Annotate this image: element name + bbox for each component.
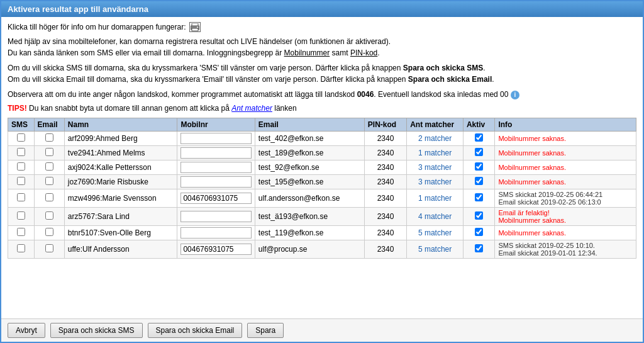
- referee-email: test_92@efkon.se: [255, 160, 364, 175]
- table-row: mzw4996:Marie Svenssonulf.andersson@efko…: [8, 189, 636, 208]
- mobile-input[interactable]: [180, 133, 251, 144]
- pin-code: 2340: [364, 175, 406, 189]
- matches-link[interactable]: 4 matcher: [418, 212, 452, 221]
- table-row: joz7690:Marie Risbusketest_195@efkon.se2…: [8, 175, 636, 189]
- tips-text: Du kan snabbt byta ut domare till annan …: [29, 104, 231, 113]
- active-checkbox[interactable]: [475, 162, 483, 171]
- matches-link[interactable]: 5 matcher: [418, 228, 452, 237]
- p1-end: .: [377, 48, 379, 57]
- printer-icon[interactable]: [189, 22, 201, 32]
- table-row: arz5767:Sara Lindtest_ä193@efkon.se23404…: [8, 208, 636, 226]
- p1-underline1: Mobilnummer: [284, 48, 330, 57]
- email-checkbox[interactable]: [45, 177, 53, 185]
- ant-matcher-link[interactable]: Ant matcher: [231, 104, 272, 113]
- table-row: axj9024:Kalle Petterssontest_92@efkon.se…: [8, 160, 636, 175]
- info-text: SMS skickat 2019-02-25 06:44:21 Email sk…: [495, 189, 636, 208]
- active-checkbox[interactable]: [475, 244, 483, 252]
- email-checkbox[interactable]: [45, 244, 53, 252]
- mobile-input[interactable]: [180, 193, 251, 204]
- pin-code: 2340: [364, 240, 406, 259]
- table-row: uffe:Ulf Anderssonulf@procup.se23405 mat…: [8, 240, 636, 259]
- col-header-sms: SMS: [8, 118, 35, 132]
- click-info-text: Klicka till höger för info om hur domara…: [8, 23, 186, 31]
- svg-rect-3: [197, 26, 198, 28]
- mobile-input[interactable]: [180, 162, 251, 173]
- info-text: Mobilnummer saknas.: [495, 175, 636, 189]
- active-checkbox[interactable]: [475, 228, 483, 236]
- matches-link[interactable]: 5 matcher: [418, 245, 452, 254]
- sms-checkbox[interactable]: [17, 211, 25, 220]
- email-checkbox[interactable]: [45, 133, 53, 142]
- country-code-text2: . Eventuell landskod ska inledas med 00: [374, 90, 508, 99]
- email-checkbox[interactable]: [45, 162, 53, 171]
- tips-label: TIPS!: [8, 104, 29, 113]
- sms-checkbox[interactable]: [17, 177, 25, 185]
- mobile-input[interactable]: [180, 211, 251, 222]
- save-email-button[interactable]: Spara och skicka Email: [148, 323, 243, 338]
- p1-and: samt: [330, 48, 350, 57]
- info-text: Email är felaktig! Mobilnummer saknas.: [495, 208, 636, 226]
- mobile-input[interactable]: [180, 227, 251, 239]
- pin-code: 2340: [364, 132, 406, 146]
- table-row: btnr5107:Sven-Olle Bergtest_119@efkon.se…: [8, 226, 636, 240]
- save-button[interactable]: Spara: [247, 323, 284, 338]
- p1-underline2: PIN-kod: [350, 48, 377, 57]
- col-header-name: Namn: [64, 118, 177, 132]
- active-checkbox[interactable]: [475, 148, 483, 156]
- col-header-matches: Ant matcher: [407, 118, 464, 132]
- referee-name: mzw4996:Marie Svensson: [64, 189, 177, 208]
- p2-line2: Om du vill skicka Email till domarna, sk…: [8, 75, 408, 84]
- col-header-pin: PIN-kod: [364, 118, 406, 132]
- referee-name: joz7690:Marie Risbuske: [64, 175, 177, 189]
- window-title: Aktivera resultat app till användarna: [8, 4, 148, 14]
- email-checkbox[interactable]: [45, 148, 53, 156]
- email-checkbox[interactable]: [45, 211, 53, 220]
- matches-link[interactable]: 1 matcher: [418, 149, 452, 157]
- active-checkbox[interactable]: [475, 133, 483, 142]
- paragraph1: Med hjälp av sina mobiltelefoner, kan do…: [8, 36, 636, 59]
- active-checkbox[interactable]: [475, 193, 483, 201]
- active-checkbox[interactable]: [475, 211, 483, 220]
- info-circle-icon[interactable]: i: [511, 91, 519, 99]
- table-row: arf2099:Ahmed Bergtest_402@efkon.se23402…: [8, 132, 636, 146]
- referee-email: ulf@procup.se: [255, 240, 364, 259]
- referee-name: arz5767:Sara Lind: [64, 208, 177, 226]
- matches-link[interactable]: 3 matcher: [418, 177, 452, 186]
- table-row: tve2941:Ahmed Melmstest_189@efkon.se2340…: [8, 146, 636, 160]
- paragraph2: Om du vill skicka SMS till domarna, ska …: [8, 62, 636, 85]
- mobile-input[interactable]: [180, 244, 251, 255]
- sms-checkbox[interactable]: [17, 193, 25, 201]
- email-checkbox[interactable]: [45, 228, 53, 236]
- matches-link[interactable]: 3 matcher: [418, 163, 452, 172]
- info-text: Mobilnummer saknas.: [495, 132, 636, 146]
- pin-code: 2340: [364, 189, 406, 208]
- tips-row: TIPS! Du kan snabbt byta ut domare till …: [8, 104, 636, 113]
- sms-checkbox[interactable]: [17, 148, 25, 156]
- mobile-input[interactable]: [180, 176, 251, 188]
- email-checkbox[interactable]: [45, 193, 53, 201]
- p1-line2: Du kan sända länken som SMS eller via em…: [8, 48, 284, 57]
- col-header-email-col: Email: [255, 118, 364, 132]
- p2-end1: .: [483, 64, 485, 72]
- sms-checkbox[interactable]: [17, 133, 25, 142]
- referee-name: uffe:Ulf Andersson: [64, 240, 177, 259]
- referee-email: test_195@efkon.se: [255, 175, 364, 189]
- matches-link[interactable]: 2 matcher: [418, 134, 452, 143]
- active-checkbox[interactable]: [475, 177, 483, 185]
- referee-name: tve2941:Ahmed Melms: [64, 146, 177, 160]
- pin-code: 2340: [364, 146, 406, 160]
- sms-checkbox[interactable]: [17, 244, 25, 252]
- info-text: Mobilnummer saknas.: [495, 146, 636, 160]
- sms-checkbox[interactable]: [17, 162, 25, 171]
- pin-code: 2340: [364, 226, 406, 240]
- matches-link[interactable]: 1 matcher: [418, 194, 452, 203]
- cancel-button[interactable]: Avbryt: [8, 323, 45, 338]
- sms-checkbox[interactable]: [17, 228, 25, 236]
- referee-email: test_189@efkon.se: [255, 146, 364, 160]
- main-window: Aktivera resultat app till användarna Kl…: [0, 0, 644, 343]
- mobile-input[interactable]: [180, 147, 251, 159]
- referee-name: axj9024:Kalle Pettersson: [64, 160, 177, 175]
- col-header-email: Email: [34, 118, 64, 132]
- footer-bar: Avbryt Spara och skicka SMS Spara och sk…: [1, 318, 643, 342]
- save-sms-button[interactable]: Spara och skicka SMS: [50, 323, 143, 338]
